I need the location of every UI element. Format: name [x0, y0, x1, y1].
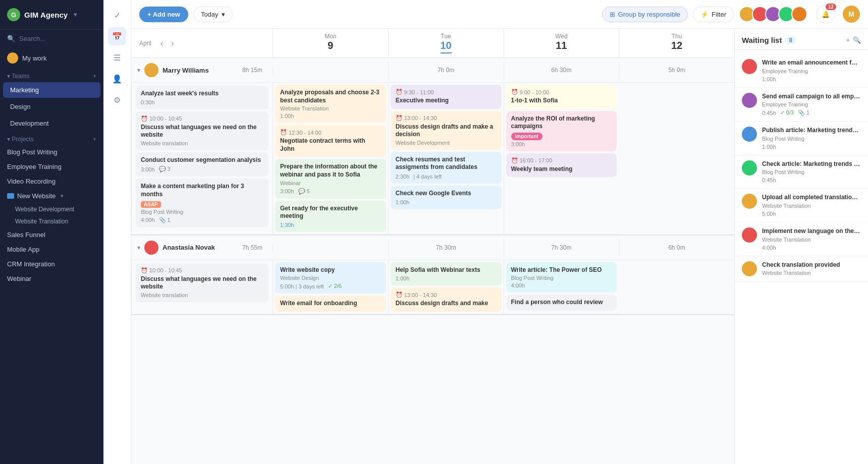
my-work-label: My work: [22, 54, 46, 62]
task-card[interactable]: Analyze last week's results 0:30h: [136, 86, 268, 109]
user-avatars[interactable]: [739, 6, 807, 22]
marry-tasks-row: Analyze last week's results 0:30h ⏰ 10:0…: [131, 83, 734, 235]
calendar-icon-btn[interactable]: 📅: [108, 27, 126, 45]
sidebar-item-blog-post-writing[interactable]: Blog Post Writing: [0, 145, 103, 159]
waiting-item-title: Write an email announcement for the ne..…: [762, 59, 861, 67]
search-waiting-icon[interactable]: 🔍: [853, 36, 861, 44]
clock-icon: ⏰: [396, 292, 403, 298]
task-card[interactable]: ⏰ 13:00 - 14:30 Discuss design drafts an…: [391, 287, 502, 312]
waiting-item[interactable]: Send email campaign to all employees int…: [735, 88, 868, 122]
task-card[interactable]: Write email for onboarding: [275, 296, 386, 312]
waiting-item[interactable]: Publish article: Marketing trends this y…: [735, 122, 868, 155]
task-card[interactable]: Analyze the ROI of marketing campaigns i…: [506, 111, 617, 151]
search-input[interactable]: 🔍 Search...: [0, 30, 103, 47]
waiting-item-avatar: [742, 194, 757, 209]
task-card[interactable]: Analyze proposals and choose 2-3 best ca…: [275, 85, 386, 123]
task-card[interactable]: ⏰ 16:00 - 17:00 Weekly team meeting: [506, 153, 617, 178]
avatar-5[interactable]: [791, 6, 807, 22]
checkbox-icon-btn[interactable]: ✓: [108, 6, 126, 24]
person-day-hours-tue-anastasia: 7h 30m: [388, 239, 504, 256]
team-marketing-label: Marketing: [10, 86, 39, 94]
task-card[interactable]: Write website copy Website Design 5:00h …: [275, 262, 386, 294]
task-card[interactable]: ⏰ 10:00 - 10:45 Discuss what languages w…: [136, 111, 268, 150]
task-card[interactable]: Get ready for the executive meeting 1:30…: [275, 201, 386, 232]
person-icon-btn[interactable]: 👤: [108, 70, 126, 88]
my-work-item[interactable]: My work: [0, 47, 103, 69]
anastasia-thu-cell: Write article: The Power of SEO Blog Pos…: [504, 260, 619, 314]
add-project-icon[interactable]: +: [93, 136, 96, 143]
task-card[interactable]: Check resumes and test assigments from c…: [391, 152, 502, 184]
day-header-mon: Mon 9: [273, 29, 388, 57]
task-card[interactable]: ⏰ 9:30 - 11:00 Executive meeting: [391, 85, 502, 109]
waiting-item-title: Send email campaign to all employees int…: [762, 93, 861, 101]
waiting-item[interactable]: Check translation provided Website Trans…: [735, 256, 868, 282]
waiting-item-duration: 4:00h: [762, 245, 776, 251]
waiting-item-duration: 1:00h: [762, 76, 776, 82]
notification-button[interactable]: 🔔 12: [817, 5, 835, 23]
task-card[interactable]: Help Sofia with Webinar texts 1:00h: [391, 262, 502, 286]
clock-icon: ⏰: [511, 89, 518, 95]
task-card[interactable]: ⏰ 9:00 - 10:00 1-to-1 with Sofia: [506, 85, 617, 109]
sidebar-item-website-development[interactable]: Website Development: [0, 203, 103, 215]
waiting-item[interactable]: Upload all completed translations into t…: [735, 189, 868, 222]
sidebar-item-new-website[interactable]: New Website ▾: [0, 189, 103, 203]
person-total-hours-marry: 8h 15m: [242, 67, 266, 74]
list-icon-btn[interactable]: ☰: [108, 48, 126, 67]
task-card[interactable]: Conduct customer segmentation analysis 3…: [136, 152, 268, 177]
clock-icon: ⏰: [280, 129, 287, 136]
task-card[interactable]: Find a person who could review: [506, 295, 617, 311]
sidebar-logo[interactable]: G GIM Agency ▾: [0, 0, 103, 30]
search-icon: 🔍: [7, 35, 15, 42]
sidebar-item-sales-funnel[interactable]: Sales Funnel: [0, 227, 103, 242]
sidebar-item-marketing[interactable]: Marketing: [3, 82, 100, 98]
waiting-item[interactable]: Check article: Marketing trends this yea…: [735, 155, 868, 189]
marry-wed-cell: ⏰ 9:30 - 11:00 Executive meeting ⏰ 13:00…: [388, 83, 504, 235]
waiting-item-avatar: [742, 261, 757, 276]
anastasia-mon-cell: ⏰ 10:00 - 10:45 Discuss what languages w…: [131, 260, 273, 314]
chevron-down-icon: ▾: [74, 11, 77, 18]
task-card[interactable]: ⏰ 10:00 - 10:45 Discuss what languages w…: [136, 263, 268, 302]
waiting-list-panel: Waiting list 8 + 🔍 Write an email announ…: [734, 29, 868, 464]
task-card[interactable]: ⏰ 12:30 - 14:00 Negotiate contract terms…: [275, 125, 386, 157]
icon-bar: ✓ 📅 ☰ 👤 ⚙: [103, 0, 131, 464]
filter-button[interactable]: ⚡ Filter: [693, 7, 734, 22]
today-button[interactable]: Today ▾: [193, 7, 233, 22]
sidebar-item-video-recording[interactable]: Video Recording: [0, 174, 103, 189]
sidebar-item-website-translation[interactable]: Website Translation: [0, 215, 103, 227]
sidebar: G GIM Agency ▾ 🔍 Search... My work ▾ Tea…: [0, 0, 103, 464]
teams-label: ▾ Teams: [7, 73, 29, 80]
waiting-item[interactable]: Implement new language on the website We…: [735, 222, 868, 256]
person-header-marry: ▾ Marry Williams 8h 15m 7h 0m 6h 30m 5h …: [131, 58, 734, 83]
add-team-icon[interactable]: +: [93, 73, 96, 80]
task-card[interactable]: Check new Google Events 1:00h: [391, 186, 502, 209]
teams-section[interactable]: ▾ Teams +: [0, 69, 103, 82]
sidebar-item-employee-training[interactable]: Employee Training: [0, 159, 103, 174]
waiting-item-title: Upload all completed translations into t…: [762, 194, 861, 202]
toolbar: + Add new Today ▾ ⊞ Group by responsible…: [131, 0, 868, 29]
task-card[interactable]: Write article: The Power of SEO Blog Pos…: [506, 262, 617, 293]
task-card[interactable]: ⏰ 13:00 - 14:30 Discuss design drafts an…: [391, 111, 502, 150]
group-by-button[interactable]: ⊞ Group by responsible: [602, 7, 688, 22]
add-new-button[interactable]: + Add new: [139, 7, 188, 22]
projects-section[interactable]: ▾ Projects +: [0, 132, 103, 145]
sidebar-item-mobile-app[interactable]: Mobile App: [0, 242, 103, 257]
waiting-item-content: Check article: Marketing trends this yea…: [762, 160, 861, 184]
user-avatar[interactable]: M: [843, 6, 860, 23]
collapse-button-anastasia[interactable]: ▾: [137, 244, 140, 251]
prev-nav-button[interactable]: ‹: [157, 38, 166, 49]
waiting-item-title: Implement new language on the website: [762, 227, 861, 236]
waiting-item[interactable]: Write an email announcement for the ne..…: [735, 54, 868, 88]
sidebar-item-development[interactable]: Development: [3, 115, 100, 131]
add-waiting-icon[interactable]: +: [846, 36, 850, 44]
task-card[interactable]: Prepare the information about the webina…: [275, 159, 386, 198]
next-nav-button[interactable]: ›: [168, 38, 177, 49]
task-card[interactable]: Make a content marketing plan for 3 mont…: [136, 179, 268, 227]
collapse-button-marry[interactable]: ▾: [137, 67, 140, 74]
sidebar-item-crm-integration[interactable]: CRM Integration: [0, 257, 103, 271]
sidebar-item-design[interactable]: Design: [3, 99, 100, 114]
sub-project-label: Website Development: [15, 206, 74, 213]
sidebar-item-webinar[interactable]: Webinar: [0, 271, 103, 286]
gear-icon-btn[interactable]: ⚙: [108, 91, 126, 109]
waiting-list-title: Waiting list: [742, 36, 782, 44]
notification-badge: 12: [826, 4, 836, 10]
